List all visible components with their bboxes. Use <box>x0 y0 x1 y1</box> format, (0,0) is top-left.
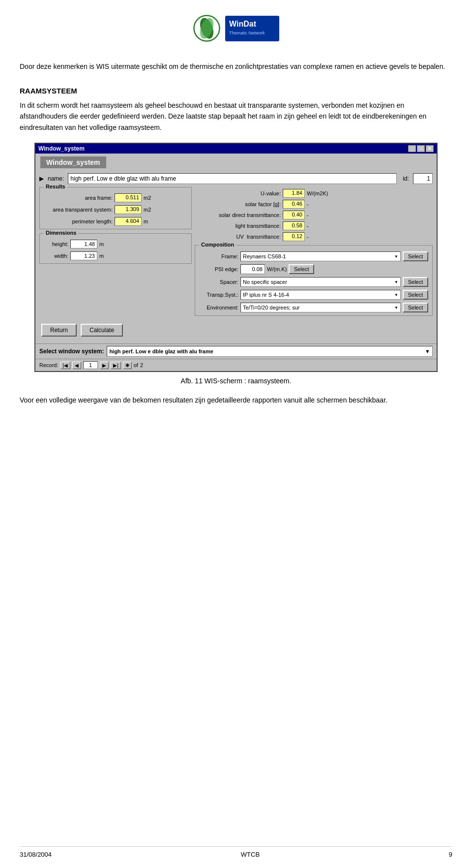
frame-dropdown-value: Reynaers CS68-1 <box>243 253 286 259</box>
uvalue-row-2: solar direct transmittance: 0.40 - <box>195 211 433 219</box>
dim-label-1: width: <box>44 253 68 259</box>
uvalue-label-0: U-value: <box>195 190 281 196</box>
transp-dropdown[interactable]: IP iplus nr S 4-16-4 ▼ <box>240 290 401 300</box>
uvalue-label-4: UV transmittance: <box>195 234 281 240</box>
result-unit-2: m <box>144 218 148 224</box>
result-row-1: area transparent system: 1.309 m2 <box>44 205 187 214</box>
record-number-input[interactable] <box>83 361 98 369</box>
psi-select-button[interactable]: Select <box>289 264 314 274</box>
closing-text: Voor een volledige weergave van de bekom… <box>20 395 452 405</box>
uvalue-row-3: light transmittance: 0.58 - <box>195 221 433 230</box>
dim-row-0: height: m <box>44 240 187 248</box>
nav-last-button[interactable]: ▶| <box>111 362 121 369</box>
intro-text: Door deze kenmerken is WIS uitermate ges… <box>20 62 452 72</box>
select-window-arrow-icon: ▼ <box>425 348 430 354</box>
minimize-button[interactable]: _ <box>408 145 416 152</box>
dialog-columns: Results area frame: 0.511 m2 area transp… <box>39 187 433 320</box>
psi-unit: W/(m.K) <box>267 266 287 272</box>
env-select-button[interactable]: Select <box>403 303 428 312</box>
transp-select-button[interactable]: Select <box>403 290 428 300</box>
uvalue-row-0: U-value: 1.84 W/(m2K) <box>195 189 433 198</box>
svg-point-2 <box>197 16 216 41</box>
uvalue-row-4: UV transmittance: 0.12 - <box>195 232 433 241</box>
dialog-title: Window_system <box>38 145 85 152</box>
page-container: WinDat Thematic Network Door deze kenmer… <box>0 0 472 868</box>
nav-triangle: ▶ <box>39 175 44 182</box>
comp-label-spacer: Spacer: <box>199 279 238 285</box>
result-value-0: 0.511 <box>115 193 142 202</box>
result-unit-0: m2 <box>144 195 151 201</box>
result-row-2: perimeter length: 4.604 m <box>44 217 187 226</box>
calculate-button[interactable]: Calculate <box>81 324 123 337</box>
select-window-dropdown[interactable]: high perf. Low e dble glaz with alu fram… <box>107 346 433 357</box>
uvalue-label-2: solar direct transmittance: <box>195 212 281 218</box>
left-column: Results area frame: 0.511 m2 area transp… <box>39 187 192 320</box>
dialog-banner-area: Window_system <box>35 154 437 171</box>
dimensions-group: Dimensions height: m width: m <box>39 233 192 264</box>
footer-date: 31/08/2004 <box>20 851 52 858</box>
transp-dropdown-value: IP iplus nr S 4-16-4 <box>243 292 289 298</box>
window-system-dialog: Window_system _ □ ✕ Window_system ▶ name… <box>34 143 438 372</box>
return-button[interactable]: Return <box>41 324 77 337</box>
transp-dropdown-arrow-icon: ▼ <box>394 293 398 297</box>
dialog-wrapper: Window_system _ □ ✕ Window_system ▶ name… <box>20 143 452 372</box>
frame-dropdown[interactable]: Reynaers CS68-1 ▼ <box>240 251 401 261</box>
comp-label-transp: Transp.Syst.: <box>199 292 238 298</box>
result-value-1: 1.309 <box>115 205 142 214</box>
section-title-raamsysteem: RAAMSYSTEEM <box>20 87 452 95</box>
nav-first-button[interactable]: |◀ <box>60 362 71 369</box>
spacer-dropdown-arrow-icon: ▼ <box>394 280 398 284</box>
name-label: name: <box>48 175 64 182</box>
nav-next-button[interactable]: ▶ <box>100 362 109 369</box>
nav-prev-button[interactable]: ◀ <box>72 362 81 369</box>
composition-group: Composition Frame: Reynaers CS68-1 ▼ Sel… <box>195 245 433 316</box>
frame-select-button[interactable]: Select <box>403 251 428 261</box>
comp-row-spacer: Spacer: No specific spacer ▼ Select <box>199 277 428 287</box>
record-total: 2 <box>140 362 143 368</box>
results-title: Results <box>44 184 67 189</box>
uvalue-section: U-value: 1.84 W/(m2K) solar factor [g]: … <box>195 187 433 245</box>
dialog-titlebar: Window_system _ □ ✕ <box>35 144 437 154</box>
id-label: id: <box>403 175 409 182</box>
dialog-body: ▶ name: id: Results <box>35 171 437 343</box>
nav-new-button[interactable]: ✱ <box>123 362 132 369</box>
comp-row-env: Environment: Te/Ti=0/20 degrees; sur ▼ S… <box>199 303 428 312</box>
id-input[interactable] <box>413 173 433 184</box>
footer-center: WTCB <box>241 851 260 858</box>
width-input[interactable] <box>70 251 97 260</box>
titlebar-controls: _ □ ✕ <box>408 145 434 152</box>
id-section: id: <box>399 173 433 184</box>
header-logos: WinDat Thematic Network <box>20 15 452 42</box>
select-window-label: Select window system: <box>39 348 104 355</box>
uvalue-unit-0: W/(m2K) <box>307 190 328 196</box>
result-row-0: area frame: 0.511 m2 <box>44 193 187 202</box>
spacer-dropdown-value: No specific spacer <box>243 279 287 285</box>
uvalue-value-3: 0.58 <box>283 221 305 230</box>
spacer-dropdown[interactable]: No specific spacer ▼ <box>240 277 401 287</box>
wis-logo-icon <box>193 15 220 42</box>
dim-unit-0: m <box>99 241 104 247</box>
uvalue-value-0: 1.84 <box>283 189 305 198</box>
env-dropdown[interactable]: Te/Ti=0/20 degrees; sur ▼ <box>240 303 401 312</box>
uvalue-value-1: 0.46 <box>283 200 305 209</box>
dimensions-title: Dimensions <box>44 230 78 236</box>
uvalue-value-4: 0.12 <box>283 232 305 241</box>
psi-input[interactable] <box>240 264 265 274</box>
uvalue-unit-3: - <box>307 223 309 229</box>
dim-label-0: height: <box>44 241 68 247</box>
comp-row-frame: Frame: Reynaers CS68-1 ▼ Select <box>199 251 428 261</box>
uvalue-unit-4: - <box>307 234 309 240</box>
env-dropdown-arrow-icon: ▼ <box>394 306 398 310</box>
dialog-banner-label: Window_system <box>40 156 106 168</box>
uvalue-label-3: light transmittance: <box>195 223 281 229</box>
close-button[interactable]: ✕ <box>426 145 434 152</box>
dialog-footer: Return Calculate <box>39 324 433 337</box>
windat-logo-icon: WinDat Thematic Network <box>225 16 279 41</box>
uvalue-value-2: 0.40 <box>283 211 305 219</box>
name-input[interactable] <box>68 173 397 184</box>
maximize-button[interactable]: □ <box>417 145 425 152</box>
result-label-0: area frame: <box>44 195 113 201</box>
height-input[interactable] <box>70 240 97 248</box>
spacer-select-button[interactable]: Select <box>403 277 428 287</box>
comp-label-frame: Frame: <box>199 253 238 259</box>
